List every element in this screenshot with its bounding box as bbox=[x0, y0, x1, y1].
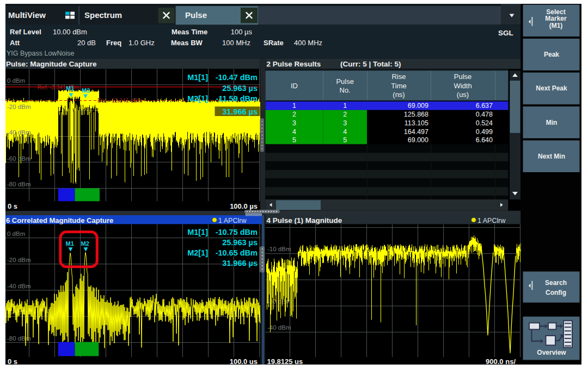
svg-text:1.0 GHz: 1.0 GHz bbox=[128, 39, 155, 47]
svg-text:20 dB: 20 dB bbox=[77, 39, 96, 47]
svg-text:Freq: Freq bbox=[106, 39, 121, 47]
svg-text:Search: Search bbox=[545, 279, 567, 287]
svg-text:0.499: 0.499 bbox=[476, 128, 493, 136]
svg-text:Rise: Rise bbox=[391, 72, 406, 81]
svg-text:1 APClrw: 1 APClrw bbox=[218, 217, 247, 225]
svg-text:0 dBm: 0 dBm bbox=[7, 77, 25, 84]
svg-text:1: 1 bbox=[292, 102, 296, 110]
svg-text:4: 4 bbox=[343, 128, 347, 136]
svg-text:0.524: 0.524 bbox=[476, 119, 493, 127]
svg-text:0 s: 0 s bbox=[8, 202, 17, 210]
svg-text:Spectrum: Spectrum bbox=[84, 10, 122, 20]
svg-text:M1: M1 bbox=[66, 85, 74, 92]
svg-text:6.640: 6.640 bbox=[476, 136, 493, 144]
svg-text:Pulse: Magnitude Capture: Pulse: Magnitude Capture bbox=[6, 60, 97, 68]
svg-text:-40 dBm: -40 dBm bbox=[7, 283, 30, 289]
svg-text:Time: Time bbox=[391, 82, 406, 90]
svg-text:Config: Config bbox=[546, 289, 566, 296]
svg-text:0 dBm: 0 dBm bbox=[7, 231, 25, 237]
svg-text:Meas Time: Meas Time bbox=[171, 28, 207, 36]
svg-text:Ref Level: Ref Level bbox=[10, 28, 41, 36]
svg-text:-10.75 dBm: -10.75 dBm bbox=[216, 228, 258, 236]
svg-text:(M1): (M1) bbox=[549, 22, 563, 29]
svg-text:(ns): (ns) bbox=[393, 90, 405, 99]
svg-text:69.000: 69.000 bbox=[408, 136, 428, 144]
svg-text:6 Correlated Magnitude Capture: 6 Correlated Magnitude Capture bbox=[6, 216, 113, 225]
svg-text:-10 dBm: -10 dBm bbox=[267, 246, 291, 252]
svg-text:-20 dBm: -20 dBm bbox=[7, 257, 30, 263]
svg-text:Next Peak: Next Peak bbox=[536, 84, 567, 92]
svg-text:SRate: SRate bbox=[264, 39, 284, 47]
svg-text:M1[1]: M1[1] bbox=[187, 228, 208, 236]
svg-text:31.966 µs: 31.966 µs bbox=[222, 259, 258, 268]
svg-text:Pulse: Pulse bbox=[185, 10, 207, 20]
svg-text:MultiView: MultiView bbox=[8, 10, 46, 20]
svg-text:100.0 us: 100.0 us bbox=[230, 357, 258, 366]
svg-text:25.963 µs: 25.963 µs bbox=[222, 238, 258, 247]
svg-text:M1: M1 bbox=[66, 240, 74, 247]
svg-text:4: 4 bbox=[292, 128, 296, 136]
svg-text:(Curr: 5 | Total: 5): (Curr: 5 | Total: 5) bbox=[340, 60, 401, 68]
svg-text:Meas BW: Meas BW bbox=[171, 39, 203, 47]
svg-text:Att: Att bbox=[10, 39, 20, 47]
svg-text:5: 5 bbox=[343, 136, 347, 144]
svg-text:69.009: 69.009 bbox=[408, 102, 428, 110]
svg-text:ID: ID bbox=[291, 82, 298, 90]
svg-text:Det. -12.341 dBm: Det. -12.341 dBm bbox=[97, 97, 143, 104]
svg-text:-10.47 dBm: -10.47 dBm bbox=[216, 73, 258, 82]
svg-text:0.478: 0.478 bbox=[476, 111, 493, 118]
svg-text:Pulse: Pulse bbox=[336, 77, 354, 86]
svg-text:M2[1]: M2[1] bbox=[187, 94, 208, 103]
svg-text:2: 2 bbox=[343, 111, 347, 118]
svg-text:YIG Bypass LowNoise: YIG Bypass LowNoise bbox=[7, 50, 74, 57]
svg-text:Width: Width bbox=[454, 82, 471, 90]
svg-text:-40 dBm: -40 dBm bbox=[267, 324, 291, 331]
svg-text:100 MHz: 100 MHz bbox=[222, 39, 250, 47]
svg-text:M2[1]: M2[1] bbox=[187, 248, 208, 257]
svg-text:-10.65 dBm: -10.65 dBm bbox=[216, 248, 258, 257]
svg-text:No.: No. bbox=[340, 86, 351, 94]
svg-text:125.868: 125.868 bbox=[404, 111, 428, 118]
svg-text:1: 1 bbox=[343, 102, 347, 110]
svg-text:2 Pulse Results: 2 Pulse Results bbox=[267, 60, 321, 68]
svg-text:(us): (us) bbox=[457, 90, 469, 99]
svg-text:M2: M2 bbox=[81, 240, 89, 247]
svg-text:Min: Min bbox=[546, 119, 558, 126]
svg-text:-60 dBm: -60 dBm bbox=[7, 155, 30, 162]
svg-text:3: 3 bbox=[292, 119, 296, 127]
svg-text:Peak: Peak bbox=[544, 51, 559, 58]
svg-text:SGL: SGL bbox=[498, 29, 513, 37]
svg-text:100 µs: 100 µs bbox=[231, 28, 253, 36]
svg-text:Next Min: Next Min bbox=[538, 153, 565, 160]
svg-text:10.00 dBm: 10.00 dBm bbox=[53, 28, 87, 36]
svg-text:2: 2 bbox=[292, 111, 296, 118]
svg-text:-20 dBm: -20 dBm bbox=[7, 104, 30, 110]
svg-text:6.637: 6.637 bbox=[476, 102, 493, 110]
svg-text:900.0 ns/: 900.0 ns/ bbox=[486, 357, 516, 366]
svg-text:1 APClrw: 1 APClrw bbox=[477, 217, 506, 225]
svg-text:Pulse: Pulse bbox=[454, 72, 472, 81]
svg-text:5: 5 bbox=[292, 136, 296, 144]
svg-text:100.0 µs: 100.0 µs bbox=[230, 202, 258, 210]
svg-text:M2: M2 bbox=[82, 87, 90, 94]
svg-text:400 MHz: 400 MHz bbox=[294, 39, 322, 47]
svg-text:164.497: 164.497 bbox=[404, 128, 428, 136]
svg-text:4 Pulse (1) Magnitude: 4 Pulse (1) Magnitude bbox=[267, 216, 342, 225]
svg-text:-11.59 dBm: -11.59 dBm bbox=[216, 94, 258, 103]
svg-text:Overview: Overview bbox=[537, 349, 566, 356]
svg-text:19.8125 us: 19.8125 us bbox=[267, 357, 303, 366]
svg-text:0 s: 0 s bbox=[8, 357, 17, 366]
svg-text:113.105: 113.105 bbox=[405, 119, 428, 127]
svg-text:25.963 µs: 25.963 µs bbox=[222, 84, 258, 93]
svg-text:3: 3 bbox=[343, 119, 347, 127]
svg-text:31.966 µs: 31.966 µs bbox=[222, 107, 258, 116]
svg-text:-80 dBm: -80 dBm bbox=[7, 335, 30, 342]
svg-text:-80 dBm: -80 dBm bbox=[7, 181, 30, 187]
svg-text:-40 dBm: -40 dBm bbox=[7, 129, 30, 136]
svg-text:M1[1]: M1[1] bbox=[187, 73, 208, 82]
